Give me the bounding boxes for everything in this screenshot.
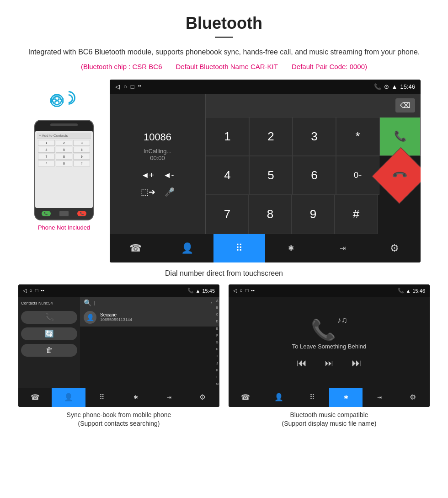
key-hash[interactable]: # [335,195,378,234]
music-nav-call[interactable]: ☎ [229,388,262,407]
key-7[interactable]: 7 [206,195,249,234]
bottom-screenshots: ◁ ○ □ ▪▪ 📞 ▲ 15:45 Contacts Num:54 📞 🔄 [0,284,448,428]
pb-back-icon: ◁ [23,288,27,294]
keypad-header: ⌫ [206,94,421,117]
music-status-left: ◁ ○ □ ▪▪ [233,288,255,294]
car-dial-content: 10086 InCalling... 00:00 ◄+ ◄- ⬚➜ 🎤 ⌫ [110,94,421,234]
dial-number: 10086 [144,131,171,143]
key-3[interactable]: 3 [293,117,336,156]
keypad-rows: 1 2 3 * 📞 4 5 6 0+ 📞 [206,117,421,234]
phonebook-item: ◁ ○ □ ▪▪ 📞 ▲ 15:45 Contacts Num:54 📞 🔄 [16,284,222,428]
music-nav-contacts[interactable]: 👤 [262,388,295,407]
phonebook-nav-bar: ☎ 👤 ⠿ ✱ ⇥ ⚙ [18,388,219,407]
music-nav-keypad[interactable]: ⠿ [296,388,329,407]
key-9[interactable]: 9 [292,195,335,234]
music-home-icon: ○ [240,288,243,294]
music-note-icon: ♪♫ [337,316,348,325]
spec-name: Default Bluetooth Name CAR-KIT [176,63,278,70]
key-1[interactable]: 1 [206,117,249,156]
music-nav-bluetooth[interactable]: ✱ [329,388,363,407]
next-track-button[interactable]: ⏭ [352,357,362,369]
phone-not-included-label: Phone Not Included [38,224,90,231]
home-icon: ○ [123,83,127,90]
contact-name: Seicane [100,312,132,317]
music-status-bar: ◁ ○ □ ▪▪ 📞 ▲ 15:46 [229,284,430,297]
call-status-text: InCalling... [144,148,171,155]
phone-mockup: + Add to Contacts 123 456 789 *0# 📞 📞 [34,120,94,220]
pb-time: 15:45 [202,288,215,294]
bluetooth-signal-icon: ⨷ [46,89,82,116]
search-back-icon[interactable]: ← [210,299,216,306]
music-recent-icon: □ [245,288,249,294]
sync-action-btn[interactable]: 🔄 [21,327,77,340]
key-4[interactable]: 4 [206,156,249,195]
keypad-row-1: 1 2 3 * 📞 [206,117,421,156]
title-divider [215,37,233,38]
pb-nav-transfer[interactable]: ⇥ [152,388,186,407]
music-call-icon: 📞 [398,288,404,294]
key-5[interactable]: 5 [249,156,293,195]
pb-nav-settings[interactable]: ⚙ [186,388,219,407]
music-phone-icon: 📞 [311,318,336,342]
music-wifi-icon: ▲ [406,288,411,294]
phonebook-right: 🔍 | ← 👤 Seicane 10655059113144 [80,297,219,388]
pb-search-bar: 🔍 | ← [80,297,219,308]
pb-notif-icon: ▪▪ [41,288,44,294]
keypad-row-2: 4 5 6 0+ 📞 [206,156,421,195]
dial-volume-controls: ◄+ ◄- [141,171,174,180]
key-6[interactable]: 6 [293,156,336,195]
nav-transfer[interactable]: ⇥ [317,234,368,262]
key-star[interactable]: * [336,117,379,156]
wifi-icon: ▲ [392,83,398,90]
backspace-button[interactable]: ⌫ [395,98,415,112]
pb-wifi-icon: ▲ [196,288,201,294]
delete-action-btn[interactable]: 🗑 [21,344,77,357]
nav-settings[interactable]: ⚙ [369,234,421,262]
transfer-icon[interactable]: ⬚➜ [141,187,155,197]
music-nav-transfer[interactable]: ⇥ [363,388,396,407]
pb-nav-keypad[interactable]: ⠿ [85,388,119,407]
phonebook-content: Contacts Num:54 📞 🔄 🗑 🔍 | ← 👤 [18,297,219,388]
key-8[interactable]: 8 [249,195,292,234]
nav-call[interactable]: ☎ [110,234,161,262]
music-content: 📞 ♪♫ To Leave Something Behind ⏮ ⏭ ⏭ [229,297,430,388]
mute-icon[interactable]: 🎤 [165,187,175,197]
music-nav-settings[interactable]: ⚙ [396,388,430,407]
music-icon-wrapper: 📞 ♪♫ [311,316,347,343]
play-pause-button[interactable]: ⏭ [325,359,333,368]
status-bar-left: ◁ ○ □ ▪▪ [115,83,141,90]
music-item: ◁ ○ □ ▪▪ 📞 ▲ 15:46 📞 ♪♫ To Leave S [226,284,432,428]
spec-chip: (Bluetooth chip : CSR BC6 [81,63,162,70]
nav-bluetooth[interactable]: ✱ [265,234,317,262]
contact-number: 10655059113144 [100,317,132,322]
phone-screen: + Add to Contacts 123 456 789 *0# [35,131,93,208]
vol-down-icon[interactable]: ◄- [163,171,174,180]
pb-nav-contacts[interactable]: 👤 [52,388,85,407]
phonebook-screen: ◁ ○ □ ▪▪ 📞 ▲ 15:45 Contacts Num:54 📞 🔄 [18,284,219,407]
music-caption: Bluetooth music compatible (Support disp… [282,411,377,428]
phonebook-status-bar: ◁ ○ □ ▪▪ 📞 ▲ 15:45 [18,284,219,297]
contact-row[interactable]: 👤 Seicane 10655059113144 [80,308,219,327]
key-2[interactable]: 2 [249,117,293,156]
prev-track-button[interactable]: ⏮ [297,357,307,369]
main-caption: Dial number direct from touchscreen [0,265,448,284]
pb-call-icon: 📞 [187,288,194,294]
pb-home-icon: ○ [29,288,32,294]
header-description: Integrated with BC6 Bluetooth module, su… [27,46,421,58]
pb-nav-bluetooth[interactable]: ✱ [119,388,152,407]
music-nav-bar: ☎ 👤 ⠿ ✱ ⇥ ⚙ [229,388,430,407]
car-status-bar: ◁ ○ □ ▪▪ 📞 ⊙ ▲ 15:46 [110,80,421,94]
dial-extra-controls: ⬚➜ 🎤 [141,187,175,197]
car-main-screen: ◁ ○ □ ▪▪ 📞 ⊙ ▲ 15:46 10086 InCalling... … [110,80,421,262]
phone-bottom-bar: 📞 📞 [35,208,93,220]
pb-recent-icon: □ [35,288,38,294]
pb-nav-call[interactable]: ☎ [18,388,52,407]
search-icon: 🔍 [84,299,91,306]
call-action-btn[interactable]: 📞 [21,311,77,324]
alphabet-index: A B C D E F G H I J K L M [216,297,219,388]
search-cursor: | [94,300,207,305]
nav-keypad[interactable]: ⠿ [213,234,265,262]
vol-up-icon[interactable]: ◄+ [141,171,154,180]
music-time: 15:46 [412,288,425,294]
nav-contacts[interactable]: 👤 [161,234,213,262]
